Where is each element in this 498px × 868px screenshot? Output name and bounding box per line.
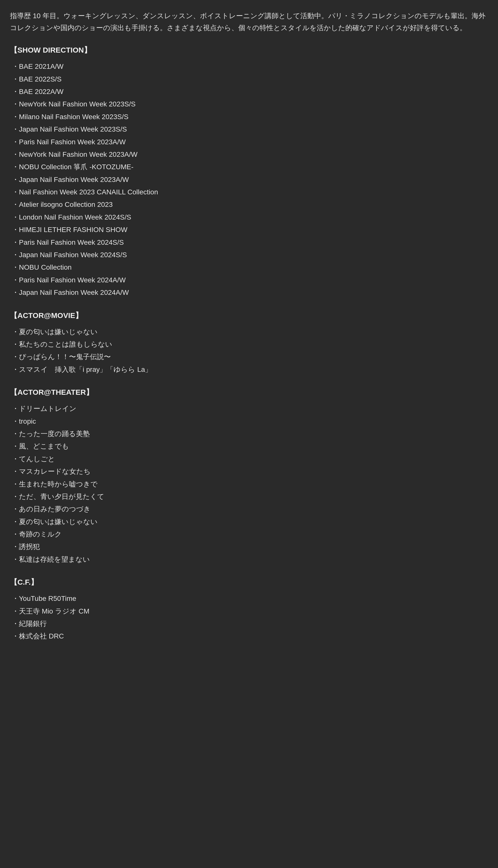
list-item: 生まれた時から嘘つきで — [10, 478, 488, 490]
section-show-direction: 【SHOW DIRECTION】BAE 2021A/WBAE 2022S/SBA… — [10, 43, 488, 299]
list-item: 風、どこまでも — [10, 440, 488, 452]
list-item: Nail Fashion Week 2023 CANAILL Collectio… — [10, 186, 488, 199]
list-item: YouTube R50Time — [10, 592, 488, 605]
list-item: Japan Nail Fashion Week 2024A/W — [10, 286, 488, 299]
list-item: London Nail Fashion Week 2024S/S — [10, 211, 488, 224]
list-item: 奇跡のミルク — [10, 528, 488, 540]
list-item: ぴっぱらん！！〜鬼子伝説〜 — [10, 350, 488, 363]
list-item: 紀陽銀行 — [10, 617, 488, 630]
list-item: Japan Nail Fashion Week 2024S/S — [10, 249, 488, 261]
list-item: Paris Nail Fashion Week 2024S/S — [10, 236, 488, 249]
list-item: Japan Nail Fashion Week 2023A/W — [10, 174, 488, 186]
section-header-show-direction: 【SHOW DIRECTION】 — [10, 43, 488, 56]
intro-paragraph: 指導歴 10 年目。ウォーキングレッスン、ダンスレッスン、ボイストレーニング講師… — [10, 10, 488, 34]
list-item: Paris Nail Fashion Week 2023A/W — [10, 136, 488, 148]
list-item: 天王寺 Mio ラジオ CM — [10, 605, 488, 617]
list-item: たった一度の踊る美塾 — [10, 427, 488, 440]
section-actor-movie: 【ACTOR@MOVIE】夏の匂いは嫌いじゃない私たちのことは誰もしらないぴっぱ… — [10, 309, 488, 376]
list-item: BAE 2021A/W — [10, 60, 488, 73]
list-item: てんしごと — [10, 453, 488, 465]
section-header-actor-theater: 【ACTOR@THEATER】 — [10, 386, 488, 398]
list-item: Paris Nail Fashion Week 2024A/W — [10, 274, 488, 286]
list-item: BAE 2022S/S — [10, 73, 488, 86]
list-item: マスカレードな女たち — [10, 465, 488, 478]
list-item: ドリームトレイン — [10, 403, 488, 415]
section-cf: 【C.F.】YouTube R50Time天王寺 Mio ラジオ CM紀陽銀行株… — [10, 576, 488, 643]
list-item: スマスイ 挿入歌「i pray」「ゆらら La」 — [10, 363, 488, 376]
list-item: 誘拐犯 — [10, 540, 488, 553]
list-item: NOBU Collection 箏爪 -KOTOZUME- — [10, 161, 488, 173]
list-item: tropic — [10, 415, 488, 427]
list-item: NewYork Nail Fashion Week 2023A/W — [10, 148, 488, 161]
list-item: BAE 2022A/W — [10, 86, 488, 98]
list-item: NOBU Collection — [10, 261, 488, 273]
section-header-actor-movie: 【ACTOR@MOVIE】 — [10, 309, 488, 322]
list-item: HIMEJI LETHER FASHION SHOW — [10, 224, 488, 236]
list-item: あの日みた夢のつづき — [10, 503, 488, 515]
list-item: 株式会社 DRC — [10, 630, 488, 642]
list-item: 夏の匂いは嫌いじゃない — [10, 326, 488, 338]
list-item: Atelier ilsogno Collection 2023 — [10, 199, 488, 211]
section-actor-theater: 【ACTOR@THEATER】ドリームトレインtropicたった一度の踊る美塾風… — [10, 386, 488, 566]
list-item: Milano Nail Fashion Week 2023S/S — [10, 111, 488, 123]
list-item: 夏の匂いは嫌いじゃない — [10, 515, 488, 528]
list-item: 私たちのことは誰もしらない — [10, 338, 488, 350]
section-header-cf: 【C.F.】 — [10, 576, 488, 588]
list-item: 私達は存続を望まない — [10, 553, 488, 566]
list-item: Japan Nail Fashion Week 2023S/S — [10, 123, 488, 136]
list-item: ただ、青い夕日が見たくて — [10, 490, 488, 503]
list-item: NewYork Nail Fashion Week 2023S/S — [10, 98, 488, 111]
